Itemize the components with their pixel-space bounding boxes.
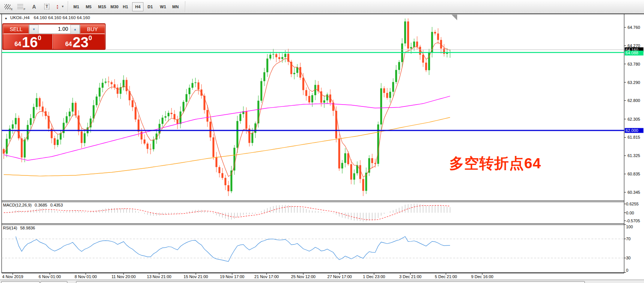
symbol-period: UKOil-,H4 <box>10 15 30 20</box>
time-axis-label: 4 Nov 2019 <box>2 274 23 279</box>
rsi-axis-label: 30 <box>626 256 631 260</box>
price-tag-label: 62.000 <box>626 128 638 133</box>
ohlc-close: 64.160 <box>77 15 90 20</box>
time-axis-label: 27 Nov 17:00 <box>327 274 352 279</box>
chart-title: ▲ UKOil-,H4 64.160 64.160 64.160 64.160 <box>4 15 90 20</box>
time-axis-label: 21 Nov 17:00 <box>254 274 279 279</box>
bid-price-display[interactable]: 64 16 0 <box>3 34 53 49</box>
rsi-axis-label: 0 <box>626 268 628 273</box>
price-axis-label: 60.835 <box>628 172 640 176</box>
rsi-axis-label: 70 <box>626 237 631 241</box>
macd-signal-line <box>4 205 450 220</box>
sell-button[interactable]: SELL <box>3 24 29 34</box>
price-axis-label: 62.800 <box>628 98 640 103</box>
ohlc-open: 64.160 <box>34 15 47 20</box>
volume-increase-button[interactable]: ▲ <box>70 25 80 34</box>
bid-prefix: 64 <box>15 41 21 48</box>
rsi-name: RSI(14) <box>3 226 17 230</box>
time-axis-label: 6 Nov 01:00 <box>39 274 61 279</box>
time-axis-label: 15 Nov 21:00 <box>183 274 208 279</box>
chart-annotation-text: 多空转折点64 <box>449 153 541 174</box>
time-axis-label: 8 Nov 01:00 <box>75 274 97 279</box>
ask-prefix: 64 <box>65 41 72 48</box>
chart-tab[interactable] <box>76 281 585 283</box>
rsi-axis-label: 100 <box>626 225 633 229</box>
bid-sup-digit: 0 <box>38 34 41 42</box>
ma-mid-line <box>4 96 450 160</box>
price-axis-label: 63.290 <box>628 80 640 85</box>
ohlc-low: 64.160 <box>63 15 76 20</box>
ask-sup-digit: 0 <box>88 34 92 42</box>
price-axis-label: 62.305 <box>628 117 640 121</box>
bid-big-digits: 16 <box>22 36 38 49</box>
time-axis-label: 3 Dec 21:00 <box>399 274 421 279</box>
macd-axis-label: -0.5705 <box>626 219 640 223</box>
mt4-window: EFAT▲▼▼ M1M5M15M30H1H4D1W1MN 64.76064.27… <box>0 0 644 283</box>
rsi-label: RSI(14) 58.9836 <box>3 226 37 230</box>
price-axis-label: 61.815 <box>628 135 640 139</box>
time-axis-label: 5 Dec 21:00 <box>435 274 457 279</box>
ohlc-high: 64.160 <box>48 15 61 20</box>
volume-input[interactable]: 1.00 <box>39 25 70 33</box>
rsi-line <box>16 237 450 262</box>
macd-signal-value: 0.4353 <box>50 203 63 207</box>
chart-tab[interactable] <box>1 281 40 283</box>
buy-button[interactable]: BUY <box>80 24 105 34</box>
macd-main-value: 0.3685 <box>34 203 47 207</box>
time-axis-label: 13 Nov 21:00 <box>147 274 171 279</box>
time-axis-label: 1 Dec 23:00 <box>363 274 385 279</box>
ask-big-digits: 23 <box>73 36 88 49</box>
time-axis-label: 11 Nov 20:00 <box>112 274 136 279</box>
one-click-trade-panel: SELL ▼ 1.00 ▲ BUY 64 16 0 64 23 0 <box>2 23 106 50</box>
ma-fast-line <box>4 42 450 177</box>
macd-axis-label: 0.00 <box>626 211 634 215</box>
macd-name: MACD(12,26,9) <box>3 203 31 207</box>
price-axis-label: 61.325 <box>628 153 640 158</box>
chart-shift-marker-icon <box>452 15 457 20</box>
collapse-triangle-icon[interactable]: ▲ <box>4 16 7 20</box>
chart-tab[interactable] <box>40 281 67 283</box>
macd-label: MACD(12,26,9) 0.3685 0.4353 <box>3 203 65 207</box>
price-axis-label: 63.780 <box>628 62 640 66</box>
time-axis-label: 25 Nov 12:00 <box>291 274 315 279</box>
price-axis-label: 64.760 <box>628 25 640 30</box>
macd-axis-label: 0.6255 <box>626 202 639 206</box>
volume-spinner: ▼ 1.00 ▲ <box>29 24 80 34</box>
ma-slow-line <box>4 117 450 176</box>
price-axis-label: 60.345 <box>628 190 640 195</box>
ask-price-display[interactable]: 64 23 0 <box>53 34 104 49</box>
volume-decrease-button[interactable]: ▼ <box>29 25 39 34</box>
chart-tab-bar <box>0 280 644 283</box>
price-tag-label: 64.088 <box>626 51 638 55</box>
time-axis-label: 9 Dec 16:00 <box>471 274 493 279</box>
rsi-value: 58.9836 <box>20 226 35 230</box>
time-axis-label: 19 Nov 17:00 <box>220 274 244 279</box>
